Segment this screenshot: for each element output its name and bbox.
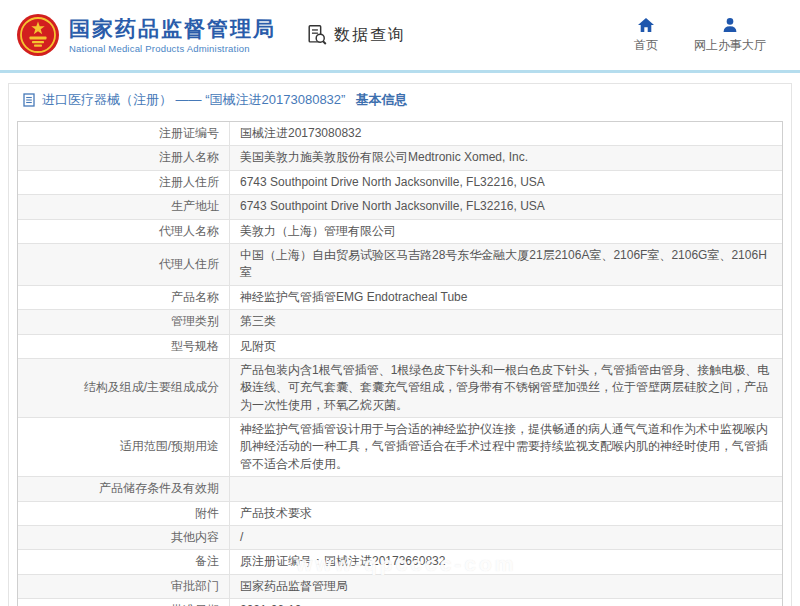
home-icon	[637, 17, 655, 33]
site-title: 国家药品监督管理局	[69, 16, 276, 41]
field-value: 神经监护气管插管EMG Endotracheal Tube	[230, 286, 782, 309]
field-label: 管理类别	[18, 310, 230, 333]
table-row-storage-validity: 产品储存条件及有效期	[18, 477, 782, 501]
table-row-other-content: 其他内容 /	[18, 526, 782, 550]
breadcrumb: 进口医疗器械（注册） —— “国械注进20173080832” 基本信息	[9, 84, 791, 115]
field-label: 代理人名称	[18, 220, 230, 243]
field-value: 产品技术要求	[230, 502, 782, 525]
field-label: 型号规格	[18, 335, 230, 358]
field-value: 美敦力（上海）管理有限公司	[230, 220, 782, 243]
field-value: 6743 Southpoint Drive North Jacksonville…	[230, 171, 782, 194]
nmpa-logo: 国家药品监督管理局 National Medical Products Admi…	[16, 13, 276, 57]
table-row-registrant-name: 注册人名称 美国美敦力施美敦股份有限公司Medtronic Xomed, Inc…	[18, 146, 782, 170]
field-value: /	[230, 526, 782, 549]
table-row-intended-use: 适用范围/预期用途 神经监护气管插管设计用于与合适的神经监护仪连接，提供畅通的病…	[18, 418, 782, 477]
national-emblem-icon	[16, 13, 60, 57]
field-value	[230, 477, 782, 500]
table-row-cert-number: 注册证编号 国械注进20173080832	[18, 122, 782, 146]
field-label: 注册证编号	[18, 122, 230, 145]
table-row-production-address: 生产地址 6743 Southpoint Drive North Jackson…	[18, 195, 782, 219]
table-row-agent-name: 代理人名称 美敦力（上海）管理有限公司	[18, 220, 782, 244]
field-label: 附件	[18, 502, 230, 525]
field-label: 批准日期	[18, 599, 230, 606]
field-label: 代理人住所	[18, 244, 230, 285]
table-row-remarks: 备注 原注册证编号：国械注进20173660832	[18, 550, 782, 574]
content-panel: 进口医疗器械（注册） —— “国械注进20173080832” 基本信息 注册证…	[8, 83, 792, 606]
table-row-agent-address: 代理人住所 中国（上海）自由贸易试验区马吉路28号东华金融大厦21层2106A室…	[18, 244, 782, 286]
field-label: 其他内容	[18, 526, 230, 549]
table-row-approval-date: 批准日期 2021-06-10	[18, 599, 782, 606]
field-value: 中国（上海）自由贸易试验区马吉路28号东华金融大厦21层2106A室、2106F…	[230, 244, 782, 285]
table-row-approval-department: 审批部门 国家药品监督管理局	[18, 575, 782, 599]
field-value: 第三类	[230, 310, 782, 333]
breadcrumb-current: 基本信息	[355, 91, 407, 109]
field-value: 国械注进20173080832	[230, 122, 782, 145]
nav-service-hall-label: 网上办事大厅	[694, 37, 766, 54]
field-value: 美国美敦力施美敦股份有限公司Medtronic Xomed, Inc.	[230, 146, 782, 169]
nav-home[interactable]: 首页	[634, 17, 658, 54]
field-value: 见附页	[230, 335, 782, 358]
field-value: 神经监护气管插管设计用于与合适的神经监护仪连接，提供畅通的病人通气气道和作为术中…	[230, 418, 782, 476]
field-label: 结构及组成/主要组成成分	[18, 359, 230, 417]
data-query-label: 数据查询	[334, 25, 406, 46]
page-header: 国家药品监督管理局 National Medical Products Admi…	[0, 0, 800, 73]
nav-service-hall[interactable]: 网上办事大厅	[694, 17, 766, 54]
field-label: 备注	[18, 550, 230, 573]
field-label: 注册人名称	[18, 146, 230, 169]
field-label: 产品储存条件及有效期	[18, 477, 230, 500]
field-label: 产品名称	[18, 286, 230, 309]
field-value: 国家药品监督管理局	[230, 575, 782, 598]
page-icon	[23, 93, 36, 107]
document-search-icon	[306, 24, 328, 46]
nav-home-label: 首页	[634, 37, 658, 54]
table-row-registrant-address: 注册人住所 6743 Southpoint Drive North Jackso…	[18, 171, 782, 195]
field-label: 生产地址	[18, 195, 230, 218]
table-row-product-name: 产品名称 神经监护气管插管EMG Endotracheal Tube	[18, 286, 782, 310]
field-label: 审批部门	[18, 575, 230, 598]
breadcrumb-path: 进口医疗器械（注册） —— “国械注进20173080832”	[42, 91, 345, 109]
site-subtitle: National Medical Products Administration	[69, 43, 276, 54]
header-nav: 首页 网上办事大厅	[634, 17, 780, 54]
field-value: 原注册证编号：国械注进20173660832	[230, 550, 782, 573]
table-row-model-spec: 型号规格 见附页	[18, 335, 782, 359]
table-row-structure-composition: 结构及组成/主要组成成分 产品包装内含1根气管插管、1根绿色皮下针头和一根白色皮…	[18, 359, 782, 418]
person-icon	[721, 17, 739, 33]
data-query-nav[interactable]: 数据查询	[306, 24, 406, 46]
field-value: 产品包装内含1根气管插管、1根绿色皮下针头和一根白色皮下针头，气管插管由管身、接…	[230, 359, 782, 417]
field-value: 6743 Southpoint Drive North Jacksonville…	[230, 195, 782, 218]
table-row-attachment: 附件 产品技术要求	[18, 502, 782, 526]
field-label: 注册人住所	[18, 171, 230, 194]
field-label: 适用范围/预期用途	[18, 418, 230, 476]
table-row-management-class: 管理类别 第三类	[18, 310, 782, 334]
field-value: 2021-06-10	[230, 599, 782, 606]
registration-detail-table: 注册证编号 国械注进20173080832 注册人名称 美国美敦力施美敦股份有限…	[17, 121, 783, 606]
